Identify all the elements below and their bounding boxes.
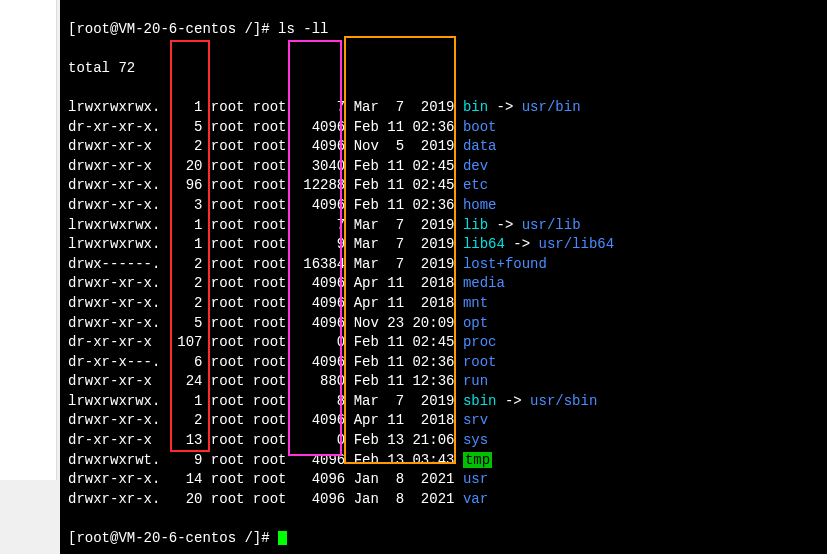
list-row: drwxr-xr-x. 20 root root 4096 Jan 8 2021…	[68, 490, 819, 510]
list-row: drwxrwxrwt. 9 root root 4096 Feb 13 03:4…	[68, 451, 819, 471]
list-row: dr-xr-xr-x. 5 root root 4096 Feb 11 02:3…	[68, 118, 819, 138]
list-row: dr-xr-xr-x 107 root root 0 Feb 11 02:45 …	[68, 333, 819, 353]
list-row: drwxr-xr-x 20 root root 3040 Feb 11 02:4…	[68, 157, 819, 177]
list-row: lrwxrwxrwx. 1 root root 7 Mar 7 2019 bin…	[68, 98, 819, 118]
list-row: drwxr-xr-x. 2 root root 4096 Apr 11 2018…	[68, 411, 819, 431]
list-row: lrwxrwxrwx. 1 root root 9 Mar 7 2019 lib…	[68, 235, 819, 255]
list-row: dr-xr-xr-x 13 root root 0 Feb 13 21:06 s…	[68, 431, 819, 451]
list-row: dr-xr-x---. 6 root root 4096 Feb 11 02:3…	[68, 353, 819, 373]
terminal-area[interactable]: [root@VM-20-6-centos /]# ls -ll total 72…	[60, 0, 827, 554]
prompt-end: [root@VM-20-6-centos /]#	[68, 529, 819, 549]
prompt-line: [root@VM-20-6-centos /]# ls -ll	[68, 20, 819, 40]
list-row: drwx------. 2 root root 16384 Mar 7 2019…	[68, 255, 819, 275]
list-row: drwxr-xr-x 24 root root 880 Feb 11 12:36…	[68, 372, 819, 392]
list-row: drwxr-xr-x. 3 root root 4096 Feb 11 02:3…	[68, 196, 819, 216]
list-row: drwxr-xr-x. 96 root root 12288 Feb 11 02…	[68, 176, 819, 196]
list-row: lrwxrwxrwx. 1 root root 7 Mar 7 2019 lib…	[68, 216, 819, 236]
list-row: drwxr-xr-x. 2 root root 4096 Apr 11 2018…	[68, 274, 819, 294]
total-line: total 72	[68, 59, 819, 79]
cursor	[278, 531, 287, 545]
list-row: drwxr-xr-x. 14 root root 4096 Jan 8 2021…	[68, 470, 819, 490]
list-row: drwxr-xr-x. 5 root root 4096 Nov 23 20:0…	[68, 314, 819, 334]
list-row: drwxr-xr-x 2 root root 4096 Nov 5 2019 d…	[68, 137, 819, 157]
list-row: lrwxrwxrwx. 1 root root 8 Mar 7 2019 sbi…	[68, 392, 819, 412]
list-row: drwxr-xr-x. 2 root root 4096 Apr 11 2018…	[68, 294, 819, 314]
editor-gutter	[0, 0, 57, 480]
